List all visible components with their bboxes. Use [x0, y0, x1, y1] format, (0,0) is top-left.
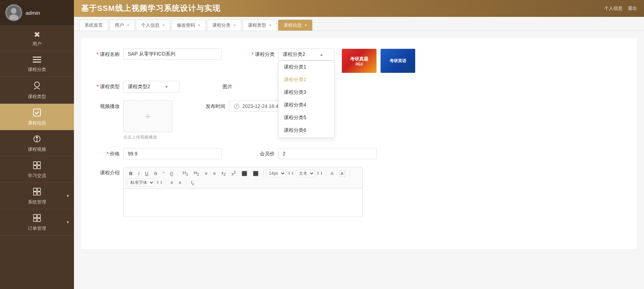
sidebar-item-sys-management[interactable]: 系统管理 ▼	[0, 183, 74, 209]
toolbar-separator-5	[165, 179, 166, 186]
image-thumb-1[interactable]: 考研真题 REd	[342, 49, 377, 73]
sidebar-username: admin	[26, 10, 40, 16]
toolbar-separator-6	[186, 179, 186, 186]
member-price-input[interactable]	[278, 148, 377, 159]
sidebar-item-course-video[interactable]: 课程视频	[0, 130, 74, 156]
course-name-field: 课程名称	[95, 49, 222, 60]
richtext-body[interactable]	[123, 189, 363, 217]
form-container: 课程名称 课程分类 课程分类2 ▲ 课程分类1 课程分类2	[81, 38, 637, 249]
tab-close-change-password[interactable]: ×	[198, 23, 200, 28]
toolbar-font-color[interactable]: A	[329, 170, 336, 177]
svg-point-6	[35, 82, 39, 87]
tab-change-password[interactable]: 修改密码 ×	[171, 20, 206, 31]
tabbar: 系统首页 用户 × 个人信息 × 修改密码 × 课程分类 × 课程类型 × 课程…	[74, 17, 644, 31]
personal-info-link[interactable]: 个人信息	[604, 5, 623, 12]
toolbar-separator-3	[326, 170, 326, 176]
dropdown-item-0[interactable]: 课程分类1	[279, 61, 334, 73]
course-category-select[interactable]: 课程分类2 ▲	[278, 49, 334, 60]
toolbar-separator-1	[178, 170, 178, 176]
tab-course-info[interactable]: 课程信息 ×	[278, 20, 312, 31]
main-content: 基于SSM线上视频学习系统设计与实现 个人信息 退出 系统首页 用户 × 个人信…	[74, 0, 644, 289]
course-name-input[interactable]	[123, 49, 222, 60]
sidebar-item-label: 课程视频	[28, 146, 46, 153]
tab-close-user[interactable]: ×	[127, 23, 129, 28]
sidebar-item-label: 课程信息	[28, 120, 46, 126]
toolbar-subscript[interactable]: x2	[219, 169, 228, 177]
svg-point-1	[11, 8, 17, 14]
toolbar-bold[interactable]: B	[127, 170, 135, 177]
course-type-select[interactable]: 课程类型2 ▼	[123, 81, 180, 93]
sidebar-item-label: 学习交流	[28, 173, 46, 179]
app-title: 基于SSM线上视频学习系统设计与实现	[81, 3, 220, 14]
svg-rect-7	[33, 109, 40, 116]
toolbar-h2[interactable]: H2	[192, 169, 201, 177]
price-label: 价格	[95, 148, 123, 157]
tab-course-type[interactable]: 课程类型 ×	[243, 20, 277, 31]
member-price-field: 会员价	[250, 148, 377, 159]
toolbar-clear-format[interactable]: Ix	[189, 179, 196, 187]
richtext-editor: B I U S '' {} H1 H2 ≡ ≡ x2 x2 ⬛	[123, 167, 363, 217]
form-row-intro: 课程介绍 B I U S '' {} H1 H2 ≡ ≡ x2	[95, 167, 623, 217]
sidebar-item-user[interactable]: ✖ 用户	[0, 25, 74, 51]
sidebar-item-study-exchange[interactable]: 学习交流	[0, 156, 74, 183]
topbar: 基于SSM线上视频学习系统设计与实现 个人信息 退出	[74, 0, 644, 17]
tab-personal-info[interactable]: 个人信息 ×	[136, 20, 170, 31]
dropdown-item-1[interactable]: 课程分类2	[279, 73, 334, 86]
svg-rect-13	[33, 166, 37, 169]
sidebar-item-course-type[interactable]: 课程类型	[0, 77, 74, 104]
avatar	[5, 4, 22, 21]
toolbar-align-left[interactable]: ≡	[168, 179, 175, 186]
price-input[interactable]	[123, 148, 222, 159]
study-exchange-icon	[33, 161, 41, 171]
dropdown-item-6[interactable]: 课程分类7	[279, 137, 334, 138]
calendar-icon: 🕐	[233, 103, 239, 109]
toolbar-code[interactable]: {}	[168, 170, 175, 177]
svg-rect-18	[37, 192, 40, 195]
price-field: 价格	[95, 148, 222, 159]
course-video-icon	[33, 135, 41, 145]
toolbar-indent-increase[interactable]: ⬛	[251, 170, 261, 177]
tab-close-course-type[interactable]: ×	[269, 23, 271, 28]
svg-rect-11	[33, 162, 37, 165]
order-management-icon	[33, 214, 41, 224]
svg-rect-4	[33, 59, 41, 60]
sidebar-item-order-management[interactable]: 订单管理 ▼	[0, 209, 74, 236]
font-style-select[interactable]: 文本	[296, 169, 315, 177]
toolbar-italic[interactable]: I	[136, 170, 142, 177]
dropdown-item-5[interactable]: 课程分类6	[279, 124, 334, 137]
tab-home[interactable]: 系统首页	[79, 20, 108, 31]
svg-rect-22	[37, 218, 40, 221]
toolbar-highlight[interactable]: A	[337, 170, 347, 177]
sidebar-item-course-category[interactable]: 课程分类	[0, 51, 74, 77]
toolbar-align-right[interactable]: ≡	[177, 179, 184, 186]
font-family-select[interactable]: 标准字体	[127, 179, 155, 186]
video-upload-box[interactable]: +	[123, 101, 173, 132]
svg-rect-15	[33, 188, 37, 191]
toolbar-superscript[interactable]: x2	[229, 169, 238, 177]
member-price-label: 会员价	[250, 148, 278, 157]
toolbar-h1[interactable]: H1	[181, 169, 190, 177]
sidebar-header: admin	[0, 0, 74, 25]
dropdown-item-2[interactable]: 课程分类3	[279, 86, 334, 99]
sidebar-item-label: 课程类型	[28, 94, 46, 100]
dropdown-item-4[interactable]: 课程分类5	[279, 111, 334, 124]
course-category-select-wrapper: 课程分类2 ▲ 课程分类1 课程分类2 课程分类3 课程分类4 课程分类5 课程…	[278, 49, 334, 60]
toolbar-list-ol[interactable]: ≡	[203, 170, 210, 177]
toolbar-indent-decrease[interactable]: ⬛	[239, 170, 249, 177]
tab-close-personal-info[interactable]: ×	[162, 23, 165, 28]
image-thumb-2[interactable]: 考研英语	[380, 49, 415, 73]
tab-close-course-category[interactable]: ×	[233, 23, 236, 28]
toolbar-quote[interactable]: ''	[161, 170, 167, 177]
svg-rect-17	[33, 192, 37, 195]
tab-user[interactable]: 用户 ×	[110, 20, 135, 31]
font-size-select[interactable]: 14px	[266, 169, 286, 177]
image-label: 图片	[208, 81, 236, 90]
toolbar-strikethrough[interactable]: S	[152, 170, 159, 177]
logout-link[interactable]: 退出	[628, 5, 637, 12]
sidebar-item-course-info[interactable]: 课程信息	[0, 104, 74, 130]
tab-course-category[interactable]: 课程分类 ×	[207, 20, 241, 31]
dropdown-item-3[interactable]: 课程分类4	[279, 99, 334, 111]
tab-close-course-info[interactable]: ×	[305, 23, 307, 28]
toolbar-underline[interactable]: U	[143, 170, 150, 177]
toolbar-list-ul[interactable]: ≡	[211, 170, 218, 177]
